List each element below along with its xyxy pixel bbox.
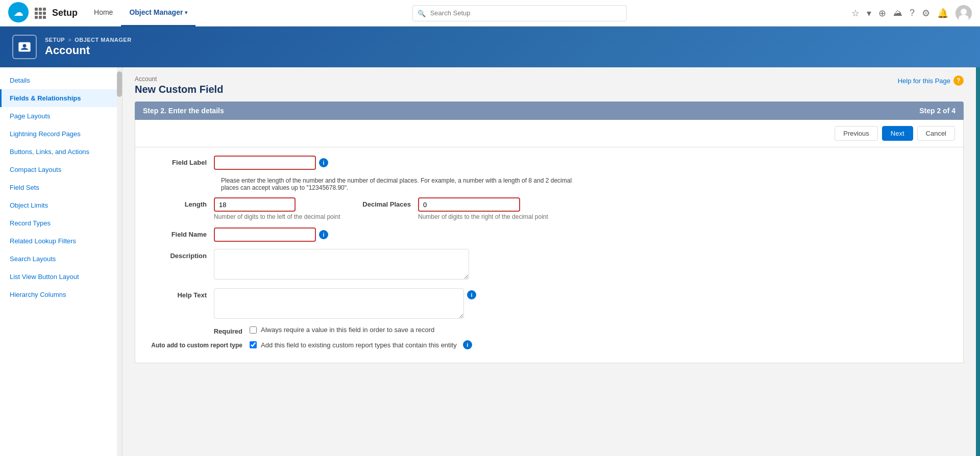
help-text-row: Help Text i <box>148 288 951 319</box>
description-control-wrap <box>214 249 951 281</box>
breadcrumb-separator-1: > <box>68 37 71 43</box>
form-body: Field Label i Please enter the length of… <box>135 147 963 363</box>
length-control-wrap: Number of digits to the left of the deci… <box>214 197 340 220</box>
sub-header: SETUP > OBJECT MANAGER Account <box>0 27 980 67</box>
field-name-info-icon[interactable]: i <box>319 230 328 239</box>
user-avatar[interactable] <box>955 5 972 21</box>
description-textarea[interactable] <box>214 249 469 280</box>
breadcrumb-area: SETUP > OBJECT MANAGER Account <box>45 37 132 57</box>
auto-add-row: Auto add to custom report type Add this … <box>148 340 951 349</box>
salesforce-logo[interactable]: ☁ <box>8 2 29 24</box>
decimal-places-hint: Number of digits to the right of the dec… <box>418 213 548 220</box>
content-area: Account New Custom Field Help for this P… <box>122 67 976 456</box>
sidebar-item-object-limits[interactable]: Object Limits <box>0 196 122 214</box>
sidebar-item-search-layouts[interactable]: Search Layouts <box>0 250 122 268</box>
sidebar-item-list-view-button-layout[interactable]: List View Button Layout <box>0 268 122 286</box>
description-label: Description <box>148 249 214 260</box>
form-container: Previous Next Cancel Field Label i <box>135 120 964 363</box>
notifications-icon[interactable]: 🔔 <box>937 8 948 19</box>
field-label-wrap: i <box>214 156 951 170</box>
top-navigation: ☁ Setup Home Object Manager ▾ 🔍 ☆ ▾ ⊕ ⛰ … <box>0 0 980 27</box>
search-bar: 🔍 <box>195 5 843 21</box>
object-manager-arrow-icon: ▾ <box>185 10 187 15</box>
auto-add-checkbox[interactable] <box>250 341 257 348</box>
sidebar-item-record-types[interactable]: Record Types <box>0 214 122 232</box>
setup-icon[interactable]: ⚙ <box>922 8 930 19</box>
field-label-label: Field Label <box>148 156 214 166</box>
form-actions: Previous Next Cancel <box>135 120 963 147</box>
object-icon <box>12 35 37 59</box>
sidebar-item-lightning-record-pages[interactable]: Lightning Record Pages <box>0 125 122 143</box>
tab-object-manager[interactable]: Object Manager ▾ <box>121 0 195 27</box>
required-row: Required Always require a value in this … <box>148 326 951 335</box>
decimal-places-input[interactable] <box>418 197 520 212</box>
sidebar-item-buttons-links-actions[interactable]: Buttons, Links, and Actions <box>0 143 122 161</box>
top-nav-actions: ☆ ▾ ⊕ ⛰ ? ⚙ 🔔 <box>851 5 972 21</box>
tab-home[interactable]: Home <box>86 0 121 27</box>
help-text-label: Help Text <box>148 288 214 299</box>
app-launcher-icon[interactable] <box>35 8 46 19</box>
required-checkbox-label: Always require a value in this field in … <box>261 326 434 334</box>
help-text-control-wrap: i <box>214 288 951 319</box>
decimal-places-label: Decimal Places <box>352 197 418 208</box>
sidebar-item-related-lookup-filters[interactable]: Related Lookup Filters <box>0 232 122 250</box>
field-name-label: Field Name <box>148 227 214 238</box>
app-name-label: Setup <box>52 8 78 18</box>
add-icon[interactable]: ⊕ <box>878 8 886 19</box>
right-edge-bar <box>976 67 980 456</box>
help-training-icon[interactable]: ⛰ <box>893 8 902 18</box>
help-link[interactable]: Help for this Page ? <box>898 75 964 86</box>
sidebar-item-hierarchy-columns[interactable]: Hierarchy Columns <box>0 286 122 303</box>
breadcrumb: SETUP > OBJECT MANAGER <box>45 37 132 43</box>
favorites-icon[interactable]: ☆ <box>851 8 860 19</box>
step-header: Step 2. Enter the details Step 2 of 4 <box>135 102 964 120</box>
length-decimal-row: Length Number of digits to the left of t… <box>148 197 951 220</box>
help-icon[interactable]: ? <box>910 8 915 18</box>
page-title: New Custom Field <box>135 84 223 95</box>
page-context: Account <box>135 75 223 83</box>
decimal-places-col: Decimal Places Number of digits to the r… <box>352 197 548 220</box>
next-button[interactable]: Next <box>882 126 913 141</box>
length-input[interactable] <box>214 197 296 212</box>
help-text-textarea[interactable] <box>214 288 464 319</box>
length-col: Length Number of digits to the left of t… <box>148 197 352 220</box>
length-hint: Number of digits to the left of the deci… <box>214 213 340 220</box>
auto-add-label: Auto add to custom report type <box>148 340 250 349</box>
description-row: Description <box>148 249 951 281</box>
help-link-text: Help for this Page <box>898 77 950 85</box>
sidebar-item-compact-layouts[interactable]: Compact Layouts <box>0 161 122 179</box>
step-indicator: Step 2 of 4 <box>919 107 955 115</box>
breadcrumb-setup-link[interactable]: SETUP <box>45 37 65 43</box>
field-label-input[interactable] <box>214 156 316 170</box>
favorites-dropdown-icon[interactable]: ▾ <box>867 8 871 19</box>
previous-button[interactable]: Previous <box>835 126 878 141</box>
cancel-button[interactable]: Cancel <box>917 126 955 141</box>
sidebar-item-field-sets[interactable]: Field Sets <box>0 179 122 196</box>
length-label: Length <box>148 197 214 208</box>
auto-add-control-wrap: Add this field to existing custom report… <box>250 340 472 349</box>
field-label-info-icon[interactable]: i <box>319 158 328 167</box>
breadcrumb-object-manager-link[interactable]: OBJECT MANAGER <box>75 37 132 43</box>
search-input[interactable] <box>412 5 627 21</box>
form-hint: Please enter the length of the number an… <box>221 177 578 191</box>
field-name-row: Field Name i <box>148 227 951 242</box>
sidebar-nav: Details Fields & Relationships Page Layo… <box>0 67 122 308</box>
sidebar-item-fields-relationships[interactable]: Fields & Relationships <box>0 89 122 107</box>
search-icon: 🔍 <box>418 9 426 17</box>
field-label-control-wrap: i <box>214 156 951 170</box>
svg-point-3 <box>961 9 967 15</box>
sidebar-item-page-layouts[interactable]: Page Layouts <box>0 107 122 125</box>
auto-add-info-icon[interactable]: i <box>463 340 472 349</box>
help-text-info-icon[interactable]: i <box>467 290 476 299</box>
sidebar-item-details[interactable]: Details <box>0 71 122 89</box>
help-page-icon: ? <box>953 75 964 86</box>
required-control-wrap: Always require a value in this field in … <box>250 326 434 334</box>
field-name-control-wrap: i <box>214 227 951 242</box>
sidebar: Details Fields & Relationships Page Layo… <box>0 67 122 456</box>
step-header-label: Step 2. Enter the details <box>143 107 224 115</box>
page-title-section: Account New Custom Field Help for this P… <box>135 75 964 95</box>
object-title: Account <box>45 44 132 57</box>
decimal-places-control-wrap: Number of digits to the right of the dec… <box>418 197 548 220</box>
required-checkbox[interactable] <box>250 326 257 334</box>
field-name-input[interactable] <box>214 227 316 242</box>
